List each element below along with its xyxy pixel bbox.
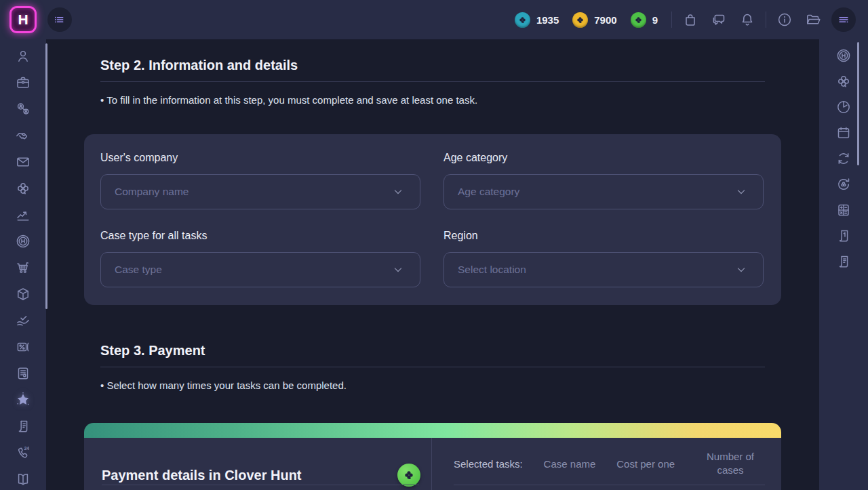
- age-category-label: Age category: [443, 150, 764, 165]
- clover-coin-green-icon: [631, 12, 646, 28]
- hunt-logo-icon[interactable]: [15, 233, 31, 249]
- briefcase-icon[interactable]: [15, 75, 31, 91]
- step2-note: • To fill in the information at this ste…: [100, 93, 765, 107]
- age-category-placeholder: Age category: [458, 186, 519, 198]
- refresh-icon[interactable]: [835, 150, 852, 167]
- topbar-divider: [671, 12, 672, 28]
- users-company-label: User's company: [100, 150, 420, 165]
- region-placeholder: Select location: [458, 264, 526, 276]
- column-cost-per-one: Cost per one: [616, 458, 675, 470]
- bell-icon[interactable]: [738, 11, 756, 28]
- quest-list-button[interactable]: [47, 7, 72, 32]
- currency-counters: 193579009: [515, 12, 658, 28]
- case-type-label: Case type for all tasks: [100, 228, 420, 243]
- handshake-icon[interactable]: [15, 127, 31, 144]
- app-logo[interactable]: H: [9, 6, 37, 33]
- info-icon[interactable]: [776, 11, 793, 28]
- step3-title: Step 3. Payment: [100, 341, 765, 360]
- column-case-name: Case name: [544, 458, 596, 470]
- field-case-type: Case type for all tasks Case type: [100, 228, 420, 287]
- topbar-divider: [766, 12, 766, 28]
- field-age-category: Age category Age category: [443, 150, 764, 209]
- shopping-bag-icon[interactable]: [682, 11, 699, 28]
- clover-refresh-icon[interactable]: [835, 176, 852, 192]
- hand-check-icon[interactable]: [15, 312, 31, 329]
- company-name-placeholder: Company name: [115, 186, 189, 198]
- currency-value: 9: [652, 14, 658, 26]
- hunt-logo-icon[interactable]: [835, 47, 852, 64]
- step3-section: Step 3. Payment • Select how many times …: [84, 341, 781, 490]
- receipt-icon[interactable]: [15, 418, 31, 434]
- currency-counter-1: 1935: [515, 12, 559, 28]
- chevron-down-icon: [734, 263, 748, 277]
- case-type-select[interactable]: Case type: [100, 252, 420, 287]
- chat-icon[interactable]: [710, 11, 728, 28]
- selected-tasks-label: Selected tasks:: [454, 458, 523, 470]
- receipt-one-icon[interactable]: [835, 228, 852, 244]
- payment-title: Payment details in Clover Hunt: [102, 466, 302, 485]
- section-divider: [100, 81, 765, 82]
- payment-gradient-bar: [84, 423, 781, 438]
- folder-icon[interactable]: [804, 11, 822, 28]
- case-type-placeholder: Case type: [115, 264, 162, 276]
- field-users-company: User's company Company name: [100, 150, 420, 209]
- step2-title: Step 2. Information and details: [100, 56, 765, 75]
- package-icon[interactable]: [15, 286, 31, 302]
- region-label: Region: [443, 228, 764, 243]
- star-icon[interactable]: [15, 392, 31, 408]
- clover-icon[interactable]: [835, 73, 852, 89]
- clover-coin-gold-icon: [572, 12, 588, 28]
- support-24-icon[interactable]: 24: [15, 445, 31, 461]
- right-scrollbar[interactable]: [857, 42, 859, 165]
- chevron-down-icon: [391, 185, 405, 199]
- payment-panel: Payment details in Clover Hunt Selected …: [84, 423, 781, 490]
- mail-icon[interactable]: [15, 154, 31, 170]
- currency-value: 7900: [594, 14, 616, 26]
- column-number-of-cases: Number of cases: [696, 450, 765, 477]
- menu-lines-icon: [836, 12, 851, 27]
- svg-text:24: 24: [24, 446, 30, 451]
- receipt-lines-icon[interactable]: [835, 253, 852, 270]
- currency-value: 1935: [536, 14, 559, 26]
- age-category-select[interactable]: Age category: [443, 174, 764, 209]
- currency-counter-3: 9: [631, 12, 658, 28]
- calendar-icon[interactable]: [835, 125, 852, 141]
- discount-icon[interactable]: [15, 339, 31, 355]
- user-icon[interactable]: [15, 48, 31, 64]
- chevron-down-icon: [734, 185, 748, 199]
- team-icon[interactable]: [15, 101, 31, 117]
- main-content: Step 2. Information and details • To fil…: [46, 39, 819, 490]
- chart-icon[interactable]: [15, 207, 31, 223]
- clover-badge-icon: [397, 464, 420, 487]
- right-sidebar: [819, 39, 868, 490]
- left-scrollbar[interactable]: [45, 43, 47, 309]
- app-logo-letter: H: [18, 12, 28, 28]
- guide-book-icon[interactable]: [15, 471, 31, 487]
- clover-coin-teal-icon: [515, 12, 530, 28]
- pie-chart-icon[interactable]: [835, 99, 852, 115]
- list-menu-icon: [52, 12, 67, 27]
- form-icon[interactable]: [15, 365, 31, 382]
- clover-glyph-icon: [402, 468, 416, 482]
- calculator-icon[interactable]: [835, 202, 852, 218]
- chevron-down-icon: [391, 263, 405, 277]
- region-select[interactable]: Select location: [443, 252, 764, 287]
- cart-icon[interactable]: [15, 260, 31, 276]
- step3-note: • Select how many times your tasks can b…: [100, 378, 765, 392]
- step2-form-panel: User's company Company name Age category…: [84, 134, 781, 305]
- selected-tasks-table-header: Selected tasks: Case name Cost per one N…: [431, 438, 781, 490]
- left-sidebar: 24: [0, 39, 46, 490]
- app-window: H 193579009 24 Step 2. Information and d…: [0, 0, 868, 490]
- step2-section: Step 2. Information and details • To fil…: [84, 56, 781, 305]
- topbar: H 193579009: [0, 0, 868, 39]
- section-divider: [100, 367, 765, 367]
- company-name-select[interactable]: Company name: [100, 174, 420, 209]
- currency-counter-2: 7900: [572, 12, 616, 28]
- clover-icon[interactable]: [15, 180, 31, 197]
- main-menu-button[interactable]: [831, 7, 856, 32]
- field-region: Region Select location: [443, 228, 764, 287]
- payment-details-header: Payment details in Clover Hunt: [84, 438, 431, 490]
